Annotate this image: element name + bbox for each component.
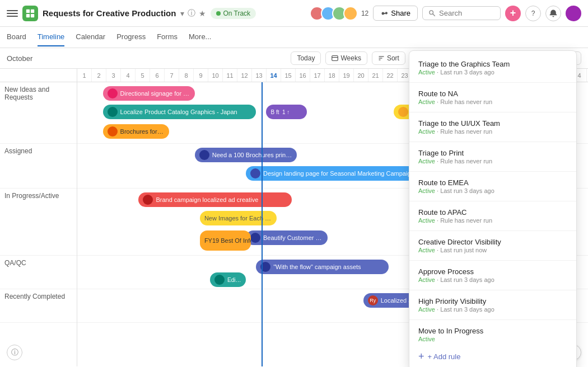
task-brand-campaign[interactable]: Brand campaign localized ad creative <box>138 192 292 207</box>
rule-divider <box>409 82 576 83</box>
today-button[interactable]: Today <box>291 51 321 65</box>
rule-meta: Active · Last run 3 days ago <box>418 306 567 313</box>
avatar-count: 12 <box>361 10 368 17</box>
date-cell-19: 20 <box>354 69 368 82</box>
rule-item-4[interactable]: Route to EMEA Active · Last run 3 days a… <box>409 174 576 199</box>
share-button[interactable]: Share <box>373 6 418 21</box>
rule-name: Route to EMEA <box>418 178 567 187</box>
task-edit-graph[interactable]: Edit Graph... 1 ↑ <box>210 272 246 287</box>
star-icon[interactable]: ★ <box>199 9 206 18</box>
notifications-icon[interactable] <box>545 6 561 21</box>
avatar <box>199 150 209 160</box>
date-cell-9: 10 <box>208 69 223 82</box>
calendar-icon <box>332 55 338 62</box>
rule-meta: Active · Last run just now <box>418 247 567 253</box>
rule-meta: Active · Rule has never run <box>418 158 567 164</box>
sort-icon <box>378 55 385 62</box>
date-cell-8: 9 <box>194 69 208 82</box>
rule-item-3[interactable]: Triage to Print Active · Rule has never … <box>409 144 576 169</box>
date-cell-0: 1 <box>77 69 92 82</box>
avatar <box>108 107 118 117</box>
rules-dropdown: Triage to the Graphics Team Active · Las… <box>409 50 577 366</box>
team-avatars[interactable]: 12 <box>310 6 368 21</box>
rule-divider <box>409 230 576 231</box>
date-cell-12: 13 <box>252 69 267 82</box>
rule-meta: Active <box>418 336 567 342</box>
avatar <box>143 195 153 205</box>
task-fy19[interactable]: FY19 Best Of Infographic <box>200 230 251 251</box>
hamburger-menu[interactable] <box>7 8 18 19</box>
rule-item-2[interactable]: Triage to the UI/UX Team Active · Rule h… <box>409 115 576 139</box>
date-cell-20: 21 <box>368 69 383 82</box>
svg-rect-1 <box>31 9 34 12</box>
task-new-images[interactable]: New Images for Each Regional Office <box>200 211 277 225</box>
info-icon[interactable]: ⓘ <box>188 8 195 18</box>
user-avatar[interactable] <box>566 6 581 21</box>
date-cell-15: 16 <box>296 69 310 82</box>
date-cell-11: 12 <box>237 69 252 82</box>
project-title: Requests for Creative Production <box>43 8 176 18</box>
rule-name: Route to APAC <box>418 208 567 217</box>
dropdown-icon[interactable]: ▾ <box>180 9 184 18</box>
task-badge-small[interactable]: B ft 1 ↑ <box>266 105 307 119</box>
help-button[interactable]: ? <box>525 6 541 21</box>
tab-forms[interactable]: Forms <box>157 28 178 46</box>
task-with-the-flow[interactable]: "With the flow" campaign assets <box>256 260 389 274</box>
status-badge: On Track <box>211 8 256 19</box>
sort-button[interactable]: Sort <box>372 51 405 65</box>
rule-item-5[interactable]: Route to APAC Active · Rule has never ru… <box>409 204 576 228</box>
rule-divider <box>409 319 576 320</box>
add-button[interactable]: + <box>505 6 521 21</box>
rule-divider <box>409 260 576 261</box>
rule-name: Triage to the Graphics Team <box>418 60 567 68</box>
info-icon-button[interactable]: ⓘ <box>7 345 22 360</box>
task-directional-signage[interactable]: Directional signage for internal events <box>103 86 195 101</box>
tab-timeline[interactable]: Timeline <box>38 28 65 46</box>
rule-item-7[interactable]: Approve Process Active · Last run 3 days… <box>409 263 576 288</box>
rule-meta: Active · Rule has never run <box>418 128 567 135</box>
svg-line-5 <box>433 14 435 16</box>
label-new-ideas: New Ideas and Requests <box>0 82 77 144</box>
rule-divider <box>409 171 576 172</box>
rule-item-0[interactable]: Triage to the Graphics Team Active · Las… <box>409 55 576 80</box>
status-dot <box>216 11 221 16</box>
rule-name: Triage to the UI/UX Team <box>418 119 567 128</box>
add-rule-button[interactable]: + + Add rule <box>409 347 576 366</box>
tab-progress[interactable]: Progress <box>116 28 146 46</box>
rule-item-1[interactable]: Route to NA Active · Rule has never run <box>409 85 576 110</box>
date-cell-7: 8 <box>179 69 194 82</box>
search-input[interactable] <box>439 9 489 17</box>
rule-meta: Active · Last run 3 days ago <box>418 69 567 76</box>
task-brochures-career[interactable]: Brochures for Career Fair <box>103 124 170 139</box>
label-recently: Recently Completed <box>0 289 77 323</box>
date-cell-17: 18 <box>325 69 339 82</box>
task-beautify-infographic[interactable]: Beautify Customer Success Infographic <box>246 230 328 245</box>
search-bar[interactable] <box>422 6 501 20</box>
row-labels: New Ideas and Requests Assigned In Progr… <box>0 69 77 366</box>
avatar-4 <box>343 6 358 21</box>
date-cell-21: 22 <box>383 69 398 82</box>
date-cell-14: 15 <box>281 69 296 82</box>
rule-divider <box>409 142 576 142</box>
weeks-button[interactable]: Weeks <box>325 51 367 65</box>
date-cell-3: 4 <box>121 69 136 82</box>
tab-board[interactable]: Board <box>7 28 26 46</box>
tab-calendar[interactable]: Calendar <box>76 28 105 46</box>
rule-name: Route to NA <box>418 90 567 98</box>
tab-more[interactable]: More... <box>189 28 211 46</box>
rule-item-6[interactable]: Creative Director Visibility Active · La… <box>409 233 576 258</box>
task-localize-catalog[interactable]: Localize Product Catalog Graphics - Japa… <box>103 105 256 119</box>
rule-name: High Priority Visibility <box>418 297 567 305</box>
rule-meta: Active · Rule has never run <box>418 98 567 105</box>
label-qa: QA/QC <box>0 256 77 289</box>
rule-item-9[interactable]: Move to In Progress Active <box>409 322 576 347</box>
date-cell-5: 6 <box>150 69 165 82</box>
task-100-brochures[interactable]: Need a 100 Brochures printed for univers… <box>195 148 297 162</box>
rule-name: Triage to Print <box>418 149 567 157</box>
rule-name: Move to In Progress <box>418 327 567 335</box>
rule-meta: Active · Last run 3 days ago <box>418 276 567 283</box>
rule-item-8[interactable]: High Priority Visibility Active · Last r… <box>409 293 576 317</box>
svg-rect-6 <box>332 56 338 61</box>
rule-divider <box>409 201 576 201</box>
date-cell-2: 3 <box>106 69 121 82</box>
